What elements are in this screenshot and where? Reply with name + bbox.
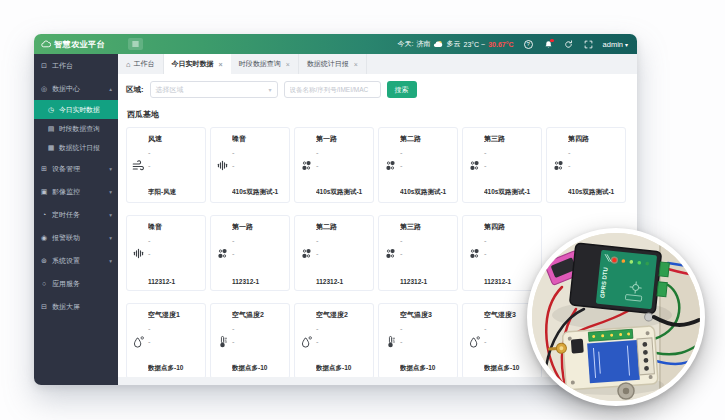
sidebar-item-scheduled-tasks[interactable]: ◔ 定时任务 ▾ [34, 203, 118, 226]
sidebar-item-period-data-query[interactable]: ▤ 时段数据查询 [34, 119, 118, 138]
region-select[interactable]: 选择区域 ▾ [150, 81, 278, 98]
user-menu[interactable]: admin ▾ [603, 40, 628, 49]
card-device-name: 数据点多-10 [232, 364, 285, 373]
tab-daily-statistics[interactable]: 数据统计日报 × [299, 54, 367, 74]
chevron-up-icon: ▴ [109, 86, 112, 92]
tab-period-data-query[interactable]: 时段数据查询 × [231, 54, 299, 74]
card-title: 第二路 [400, 134, 453, 144]
switch-icon [384, 134, 400, 197]
camera-icon: ▣ [40, 188, 48, 196]
refresh-icon [564, 40, 573, 49]
card-value: - [484, 162, 537, 170]
close-icon[interactable]: × [286, 61, 290, 68]
switch-icon [468, 222, 484, 285]
weather-cloud-icon [433, 40, 443, 48]
weather-temp-low: 23°C ~ [463, 41, 485, 48]
sensor-card-channel-1[interactable]: 第一路 - - 410s双路测试-1 [294, 127, 374, 203]
timer-icon: ◔ [40, 211, 48, 218]
card-value: - [148, 250, 201, 258]
base-section-title: 西瓜基地 [127, 109, 629, 120]
sidebar-item-video-monitoring[interactable]: ▣ 影像监控 ▾ [34, 180, 118, 203]
header-right: 今天: 济南 多云 23°C ~ 30.67°C ? [398, 39, 637, 50]
sensor-card-temperature-3[interactable]: 空气温度3 - - 数据点多-10 [378, 303, 458, 377]
sidebar-item-app-services[interactable]: ○ 应用服务 [34, 272, 118, 295]
help-button[interactable]: ? [523, 39, 534, 50]
sensor-card-channel-3[interactable]: 第三路 - - 410s双路测试-1 [462, 127, 542, 203]
sidebar-item-system-settings[interactable]: ⊛ 系统设置 ▾ [34, 249, 118, 272]
sidebar-item-workbench[interactable]: ⊡ 工作台 [34, 54, 118, 77]
sensor-card-humidity-1[interactable]: 空气湿度1 - - 数据点多-10 [126, 303, 206, 377]
sidebar-item-data-screen[interactable]: ⊟ 数据大屏 [34, 295, 118, 318]
card-device-name: 数据点多-10 [484, 364, 537, 373]
sidebar-item-daily-statistics[interactable]: ▦ 数据统计日报 [34, 138, 118, 157]
gprs-dtu-photo: GPRS DTU [532, 233, 700, 401]
sidebar-submenu: ◷ 今日实时数据 ▤ 时段数据查询 ▦ 数据统计日报 [34, 100, 118, 157]
card-title: 第一路 [316, 134, 369, 144]
sensor-card-channel-3[interactable]: 第三路 - - 112312-1 [378, 215, 458, 291]
sensor-card-channel-4[interactable]: 第四路 - - 410s双路测试-1 [546, 127, 626, 203]
card-value: - [400, 338, 453, 346]
card-value: - [568, 149, 621, 157]
fullscreen-button[interactable] [583, 39, 594, 50]
sensor-card-channel-2[interactable]: 第二路 - - 112312-1 [294, 215, 374, 291]
sidebar-item-device-management[interactable]: ⊞ 设备管理 ▾ [34, 157, 118, 180]
chevron-down-icon: ▾ [625, 41, 628, 48]
sidebar-item-alarm-linkage[interactable]: ◉ 报警联动 ▾ [34, 226, 118, 249]
search-button[interactable]: 搜索 [387, 81, 417, 98]
notifications-button[interactable] [543, 39, 554, 50]
sensor-card-noise[interactable]: 噪音 - - 410s双路测试-1 [210, 127, 290, 203]
card-title: 第四路 [484, 222, 537, 232]
sensor-card-noise[interactable]: 噪音 - - 112312-1 [126, 215, 206, 291]
card-value: - [316, 237, 369, 245]
notification-badge [550, 39, 554, 43]
fullscreen-icon [584, 40, 593, 49]
sensor-card-wind[interactable]: 风速 - - 李阳-风速 [126, 127, 206, 203]
card-title: 第三路 [400, 222, 453, 232]
device-search-input[interactable] [284, 81, 381, 98]
sensor-card-humidity-2[interactable]: 空气湿度2 - - 数据点多-10 [294, 303, 374, 377]
chevron-down-icon: ▾ [109, 166, 112, 172]
weather-temp-high: 30.67°C [488, 41, 513, 48]
card-device-name: 410s双路测试-1 [400, 188, 453, 197]
close-icon[interactable]: × [354, 61, 358, 68]
card-title: 空气湿度2 [316, 310, 369, 320]
card-value: - [568, 162, 621, 170]
card-value: - [400, 162, 453, 170]
card-device-name: 112312-1 [484, 278, 537, 285]
service-icon: ○ [40, 280, 48, 287]
tab-today-realtime-data[interactable]: 今日实时数据 × [164, 54, 231, 74]
temperature-icon [216, 310, 232, 373]
sensor-card-channel-1[interactable]: 第一路 - - 112312-1 [210, 215, 290, 291]
card-device-name: 112312-1 [400, 278, 453, 285]
card-value: - [400, 325, 453, 333]
card-value: - [316, 338, 369, 346]
device-photo-circle: GPRS DTU [527, 228, 705, 406]
card-value: - [484, 237, 537, 245]
sensor-card-channel-4[interactable]: 第四路 - - 112312-1 [462, 215, 542, 291]
card-value: - [148, 325, 201, 333]
weather-city: 济南 [416, 39, 430, 49]
card-device-name: 410s双路测试-1 [232, 188, 285, 197]
card-title: 噪音 [148, 222, 201, 232]
sensor-card-temperature-2[interactable]: 空气温度2 - - 数据点多-10 [210, 303, 290, 377]
sensor-card-channel-2[interactable]: 第二路 - - 410s双路测试-1 [378, 127, 458, 203]
top-header: 智慧农业平台 今天: 济南 多云 23°C ~ 30.67°C ? [34, 34, 637, 54]
card-value: - [232, 325, 285, 333]
tab-bar: ⌂ 工作台 今日实时数据 × 时段数据查询 × 数据统计日报 × [118, 54, 637, 74]
refresh-button[interactable] [563, 39, 574, 50]
card-value: - [232, 250, 285, 258]
sidebar-item-data-center[interactable]: ◎ 数据中心 ▴ [34, 77, 118, 100]
card-value: - [316, 149, 369, 157]
card-title: 第四路 [568, 134, 621, 144]
chevron-down-icon: ▾ [109, 212, 112, 218]
close-icon[interactable]: × [219, 61, 223, 68]
card-device-name: 数据点多-10 [148, 364, 201, 373]
card-value: - [148, 162, 201, 170]
tab-workbench[interactable]: ⌂ 工作台 [118, 54, 164, 74]
sidebar-collapse-button[interactable] [128, 38, 143, 50]
switch-icon [300, 222, 316, 285]
humidity-icon [468, 310, 484, 373]
sidebar-item-today-realtime-data[interactable]: ◷ 今日实时数据 [34, 100, 118, 119]
card-value: - [148, 338, 201, 346]
card-device-name: 李阳-风速 [148, 188, 201, 197]
